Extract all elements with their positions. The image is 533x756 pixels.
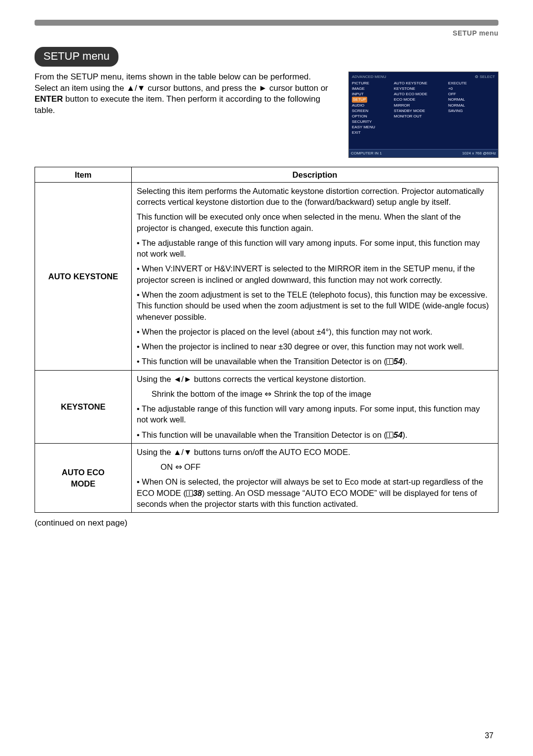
table-row-item: KEYSTONE bbox=[35, 370, 132, 443]
continued-note: (continued on next page) bbox=[35, 518, 498, 529]
osd-left-col: PICTURE IMAGE INPUT SETUP AUDIO SCREEN O… bbox=[352, 80, 394, 136]
osd-mid-col: AUTO KEYSTONE KEYSTONE AUTO ECO MODE ECO… bbox=[394, 80, 448, 136]
table-row-desc: Using the ◄/► buttons corrects the verti… bbox=[132, 370, 498, 443]
osd-foot-source: COMPUTER IN 1 bbox=[351, 151, 382, 156]
col-header-desc: Description bbox=[132, 167, 498, 182]
osd-select-label: ⯐ SELECT bbox=[475, 74, 495, 79]
osd-foot-res: 1024 x 768 @60Hz bbox=[462, 151, 496, 156]
top-accent-bar bbox=[35, 20, 498, 26]
page-title: SETUP menu bbox=[35, 47, 118, 67]
breadcrumb: SETUP menu bbox=[35, 29, 498, 38]
manual-icon bbox=[386, 432, 393, 438]
table-row-item: AUTO ECOMODE bbox=[35, 443, 132, 512]
table-row-desc: Using the ▲/▼ buttons turns on/off the A… bbox=[132, 443, 498, 512]
osd-screenshot: ADVANCED MENU ⯐ SELECT PICTURE IMAGE INP… bbox=[348, 72, 498, 158]
spec-table: Item Description AUTO KEYSTONESelecting … bbox=[35, 167, 498, 513]
col-header-item: Item bbox=[35, 167, 132, 182]
table-row-item: AUTO KEYSTONE bbox=[35, 182, 132, 370]
table-row-desc: Selecting this item performs the Automat… bbox=[132, 182, 498, 370]
osd-title: ADVANCED MENU bbox=[352, 74, 386, 79]
intro-paragraph: From the SETUP menu, items shown in the … bbox=[35, 72, 339, 158]
manual-icon bbox=[386, 358, 393, 365]
osd-right-col: EXECUTE +0 OFF NORMAL NORMAL SAVING bbox=[448, 80, 495, 136]
manual-icon bbox=[186, 490, 193, 496]
